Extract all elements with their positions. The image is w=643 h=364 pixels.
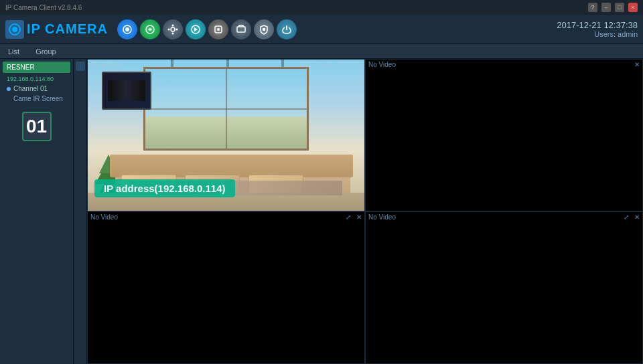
svg-rect-14 (263, 28, 265, 31)
cam2-label: No Video (368, 61, 396, 68)
sidebar-sub[interactable]: Came IR Screen (3, 94, 70, 104)
toolbar-btn-power[interactable] (277, 19, 297, 39)
close-button[interactable]: × (628, 3, 638, 12)
cam4-close[interactable]: ✕ (634, 213, 640, 221)
logo-icon (5, 20, 24, 39)
toolbar-btn-6[interactable] (231, 19, 251, 39)
logo-text: IP CAMERA (27, 21, 108, 37)
svg-point-1 (12, 27, 17, 32)
app-title: IP Camera Client v2.8.4.6 (5, 4, 82, 11)
cam3-label: No Video (90, 213, 118, 221)
svg-point-7 (171, 32, 173, 34)
user-info: Users: admin (557, 30, 638, 38)
camera-row-top: IP Camera 2017-12-21 12:23:50 (87, 59, 643, 211)
datetime: 2017-12-21 12:37:38 (557, 20, 638, 30)
svg-rect-13 (237, 27, 245, 32)
camera-grid: IP Camera 2017-12-21 12:23:50 (87, 59, 643, 364)
toolbar-btn-2[interactable] (140, 19, 160, 39)
channel-dot (7, 87, 11, 91)
ip-overlay: IP address(192.168.0.114) (94, 179, 235, 197)
logo: IP CAMERA (5, 20, 108, 39)
side-panel (74, 59, 87, 364)
toolbar-btn-5[interactable] (208, 19, 228, 39)
camera-cell-1: IP Camera 2017-12-21 12:23:50 (87, 59, 365, 211)
help-button[interactable]: ? (588, 3, 597, 12)
cam3-close[interactable]: ✕ (356, 213, 362, 221)
sidebar: RESNER 192.168.0.114:80 Channel 01 Came … (0, 59, 74, 364)
camera-cell-2: No Video ✕ (365, 59, 643, 211)
cam4-expand[interactable]: ⤢ (624, 213, 629, 221)
svg-point-5 (171, 27, 175, 31)
cam3-expand[interactable]: ⤢ (346, 213, 351, 221)
svg-point-12 (217, 28, 220, 31)
cam2-close[interactable]: ✕ (634, 61, 640, 68)
maximize-button[interactable]: □ (615, 3, 624, 12)
main-content: RESNER 192.168.0.114:80 Channel 01 Came … (0, 59, 643, 364)
menubar: List Group (0, 44, 643, 59)
sidebar-device[interactable]: RESNER (3, 62, 70, 73)
cam4-label: No Video (368, 213, 396, 221)
title-bar: IP Camera Client v2.8.4.6 ? − □ × (0, 0, 643, 15)
cam1-label: IP Camera (90, 61, 123, 68)
cam1-time: 2017-12-21 12:23:50 (299, 61, 362, 68)
camera-cell-4: No Video ✕ ⤢ (365, 211, 643, 364)
header: IP CAMERA 2017-12-21 12:37:38 Users: adm… (0, 15, 643, 44)
sidebar-channel[interactable]: Channel 01 (3, 84, 70, 94)
menu-list[interactable]: List (5, 46, 22, 57)
svg-point-3 (125, 27, 129, 31)
svg-point-6 (171, 24, 173, 26)
channel-badge: 01 (22, 112, 52, 141)
camera-row-bottom: No Video ✕ ⤢ No Video ✕ ⤢ (87, 211, 643, 364)
window-controls: ? − □ × (588, 3, 638, 12)
sidebar-ip: 192.168.0.114:80 (3, 74, 70, 84)
toolbar-btn-1[interactable] (117, 19, 137, 39)
svg-point-8 (167, 28, 169, 30)
toolbar-btn-3[interactable] (163, 19, 183, 39)
sidebar-section: RESNER 192.168.0.114:80 Channel 01 Came … (0, 59, 73, 106)
toolbar-btn-4[interactable] (186, 19, 206, 39)
menu-group[interactable]: Group (33, 46, 59, 57)
svg-point-9 (175, 28, 177, 30)
toolbar-btn-7[interactable] (254, 19, 274, 39)
side-panel-btn[interactable] (76, 62, 85, 71)
camera-cell-3: No Video ✕ ⤢ (87, 211, 365, 364)
minimize-button[interactable]: − (601, 3, 611, 12)
